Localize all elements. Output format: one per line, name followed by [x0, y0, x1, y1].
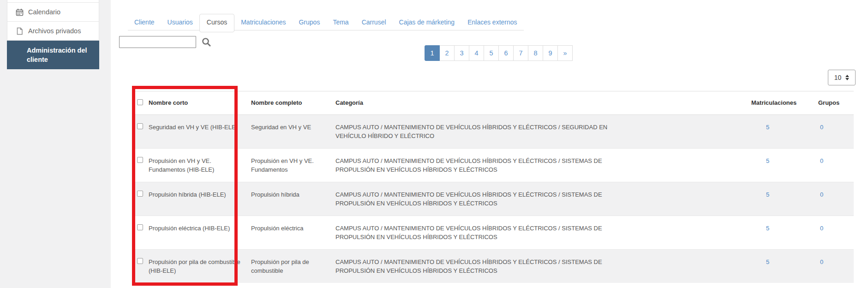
- column-header-categoria[interactable]: Categoría: [331, 91, 747, 115]
- table-row: Propulsión en VH y VE. Fundamentos (HIB-…: [132, 149, 854, 182]
- enrolments-link[interactable]: 5: [766, 225, 769, 232]
- tab[interactable]: Tema: [326, 14, 355, 30]
- enrolments-link[interactable]: 5: [766, 157, 769, 164]
- table-row: Propulsión eléctrica (HIB-ELE) Propulsió…: [132, 216, 854, 250]
- course-category: CAMPUS AUTO / MANTENIMIENTO DE VEHÍCULOS…: [331, 250, 747, 283]
- enrolments-link[interactable]: 5: [766, 124, 769, 131]
- left-column: Calendario Archivos privados Administrac…: [0, 0, 111, 288]
- course-short-name: Propulsión eléctrica (HIB-ELE): [144, 216, 246, 250]
- column-header-grupos[interactable]: Grupos: [814, 91, 854, 115]
- table-row: Seguridad en VH y VE (HIB-ELE) Seguridad…: [132, 115, 854, 149]
- row-checkbox[interactable]: [137, 123, 143, 129]
- page-size-select[interactable]: 10: [828, 70, 856, 85]
- row-checkbox[interactable]: [137, 224, 143, 230]
- tab[interactable]: Cliente: [128, 14, 161, 30]
- courses-table: Nombre corto Nombre completo Categoría M…: [132, 91, 854, 283]
- select-all-checkbox[interactable]: [137, 99, 143, 105]
- groups-link[interactable]: 0: [820, 258, 823, 265]
- sidebar-item-label: Calendario: [28, 8, 60, 16]
- tab[interactable]: Carrusel: [355, 14, 393, 30]
- page-button[interactable]: 5: [484, 45, 499, 61]
- course-full-name: Seguridad en VH y VE: [246, 115, 331, 149]
- groups-link[interactable]: 0: [820, 124, 823, 131]
- page-button[interactable]: 4: [469, 45, 484, 61]
- sidebar-item-calendario[interactable]: Calendario: [7, 3, 99, 22]
- column-header-nombre-completo[interactable]: Nombre completo: [246, 91, 331, 115]
- course-category: CAMPUS AUTO / MANTENIMIENTO DE VEHÍCULOS…: [331, 182, 747, 216]
- sidebar: Calendario Archivos privados Administrac…: [7, 0, 99, 69]
- course-full-name: Propulsión por pila de combustible: [246, 250, 331, 283]
- page-button[interactable]: 6: [498, 45, 514, 61]
- groups-link[interactable]: 0: [820, 157, 823, 164]
- column-header-nombre-corto[interactable]: Nombre corto: [144, 91, 246, 115]
- course-full-name: Propulsión en VH y VE. Fundamentos: [246, 149, 331, 182]
- row-checkbox[interactable]: [137, 258, 143, 264]
- groups-link[interactable]: 0: [820, 225, 823, 232]
- course-short-name: Propulsión en VH y VE. Fundamentos (HIB-…: [144, 149, 246, 182]
- course-full-name: Propulsión eléctrica: [246, 216, 331, 250]
- page-button[interactable]: 7: [513, 45, 528, 61]
- course-short-name: Propulsión híbrida (HIB-ELE): [144, 182, 246, 216]
- table-row: Propulsión por pila de combustible (HIB-…: [132, 250, 854, 283]
- courses-table-wrap: Nombre corto Nombre completo Categoría M…: [132, 91, 854, 283]
- page-button[interactable]: 8: [528, 45, 543, 61]
- tab[interactable]: Matriculaciones: [234, 14, 292, 30]
- page-button[interactable]: »: [557, 45, 573, 61]
- column-header-matriculaciones[interactable]: Matriculaciones: [747, 91, 814, 115]
- tab[interactable]: Usuarios: [161, 14, 199, 30]
- file-icon: [16, 27, 24, 35]
- table-header-row: Nombre corto Nombre completo Categoría M…: [132, 91, 854, 115]
- course-short-name: Seguridad en VH y VE (HIB-ELE): [144, 115, 246, 149]
- search-icon[interactable]: [202, 37, 211, 47]
- table-row: Propulsión híbrida (HIB-ELE) Propulsión …: [132, 182, 854, 216]
- tab[interactable]: Enlaces externos: [461, 14, 523, 30]
- sidebar-item-administracion-del-cliente[interactable]: Administración del cliente: [7, 41, 99, 69]
- row-checkbox[interactable]: [137, 157, 143, 163]
- course-full-name: Propulsión híbrida: [246, 182, 331, 216]
- page-button[interactable]: 1: [425, 45, 440, 61]
- course-short-name: Propulsión por pila de combustible (HIB-…: [144, 250, 246, 283]
- tab[interactable]: Cajas de márketing: [393, 14, 461, 30]
- sidebar-item-label: Archivos privados: [28, 27, 81, 35]
- page-button[interactable]: 9: [543, 45, 558, 61]
- page-size-value: 10: [834, 74, 842, 81]
- tab[interactable]: Cursos: [199, 14, 234, 32]
- calendar-icon: [16, 8, 24, 16]
- page-button[interactable]: 3: [454, 45, 469, 61]
- enrolments-link[interactable]: 5: [766, 258, 769, 265]
- admin-page: Calendario Archivos privados Administrac…: [0, 0, 868, 288]
- page-button[interactable]: 2: [439, 45, 455, 61]
- enrolments-link[interactable]: 5: [766, 191, 769, 198]
- row-checkbox[interactable]: [137, 191, 143, 197]
- search-input[interactable]: [119, 36, 196, 48]
- sidebar-item-archivos-privados[interactable]: Archivos privados: [7, 22, 99, 41]
- course-category: CAMPUS AUTO / MANTENIMIENTO DE VEHÍCULOS…: [331, 115, 747, 149]
- main-content: Cliente Usuarios Cursos Matriculaciones …: [111, 0, 868, 288]
- course-category: CAMPUS AUTO / MANTENIMIENTO DE VEHÍCULOS…: [331, 216, 747, 250]
- select-stepper-icon: [845, 75, 849, 80]
- course-category: CAMPUS AUTO / MANTENIMIENTO DE VEHÍCULOS…: [331, 149, 747, 182]
- tab-bar: Cliente Usuarios Cursos Matriculaciones …: [128, 14, 524, 30]
- tab[interactable]: Grupos: [292, 14, 326, 30]
- groups-link[interactable]: 0: [820, 191, 823, 198]
- pagination: 1 2 3 4 5 6 7 8 9 »: [425, 45, 573, 61]
